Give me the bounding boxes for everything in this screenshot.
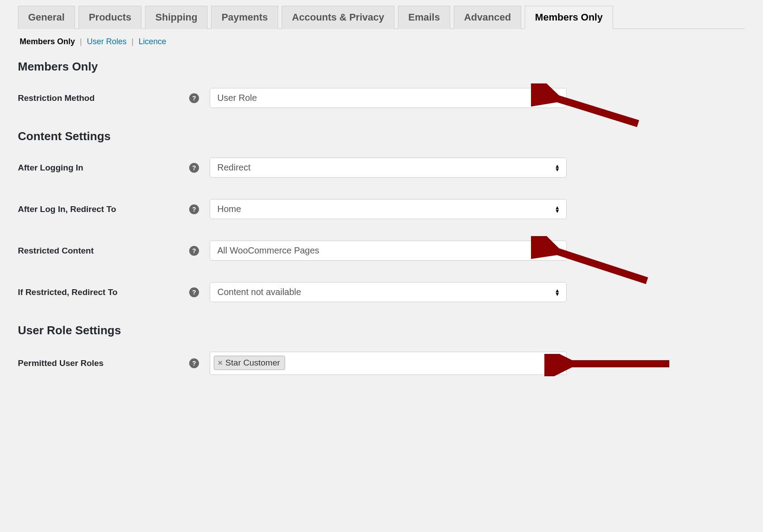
section-title-content-settings: Content Settings	[18, 129, 745, 143]
chevron-updown-icon: ▲▼	[555, 289, 560, 296]
tab-members-only[interactable]: Members Only	[525, 6, 613, 29]
select-value: Redirect	[217, 162, 250, 172]
tag-star-customer: × Star Customer	[214, 356, 285, 370]
row-restricted-content: Restricted Content ? All WooCommerce Pag…	[18, 241, 745, 261]
tab-payments[interactable]: Payments	[211, 6, 278, 29]
subnav-user-roles[interactable]: User Roles	[85, 37, 129, 46]
section-title-user-role-settings: User Role Settings	[18, 324, 745, 337]
label-if-restricted-redirect: If Restricted, Redirect To	[18, 287, 117, 297]
subnav-licence[interactable]: Licence	[137, 37, 168, 46]
label-restricted-content: Restricted Content	[18, 246, 94, 256]
close-icon[interactable]: ×	[218, 358, 223, 368]
nav-tabs: General Products Shipping Payments Accou…	[18, 5, 745, 29]
label-permitted-user-roles: Permitted User Roles	[18, 358, 104, 368]
row-if-restricted-redirect: If Restricted, Redirect To ? Content not…	[18, 282, 745, 302]
chevron-updown-icon: ▲▼	[555, 95, 560, 102]
tab-products[interactable]: Products	[79, 6, 141, 29]
select-if-restricted-redirect[interactable]: Content not available ▲▼	[210, 282, 567, 302]
tab-shipping[interactable]: Shipping	[145, 6, 207, 29]
row-after-logging-in: After Logging In ? Redirect ▲▼	[18, 158, 745, 178]
tab-accounts-privacy[interactable]: Accounts & Privacy	[282, 6, 394, 29]
help-icon[interactable]: ?	[189, 287, 199, 297]
select-value: All WooCommerce Pages	[217, 245, 319, 255]
tab-general[interactable]: General	[18, 6, 75, 29]
multiselect-permitted-user-roles[interactable]: × Star Customer	[210, 352, 567, 375]
tab-emails[interactable]: Emails	[398, 6, 450, 29]
select-value: User Role	[217, 93, 257, 103]
row-permitted-user-roles: Permitted User Roles ? × Star Customer	[18, 352, 745, 375]
select-value: Home	[217, 204, 241, 214]
subnav: Members Only | User Roles | Licence	[18, 37, 745, 46]
chevron-updown-icon: ▲▼	[555, 206, 560, 213]
help-icon[interactable]: ?	[189, 163, 199, 173]
section-title-members-only: Members Only	[18, 60, 745, 74]
help-icon[interactable]: ?	[189, 246, 199, 256]
help-icon[interactable]: ?	[189, 358, 199, 368]
tab-advanced[interactable]: Advanced	[454, 6, 521, 29]
select-value: Content not available	[217, 287, 301, 297]
chevron-updown-icon: ▲▼	[555, 164, 560, 171]
select-restricted-content[interactable]: All WooCommerce Pages ▲▼	[210, 241, 567, 261]
help-icon[interactable]: ?	[189, 93, 199, 103]
row-after-login-redirect: After Log In, Redirect To ? Home ▲▼	[18, 199, 745, 219]
select-restriction-method[interactable]: User Role ▲▼	[210, 88, 567, 108]
select-after-logging-in[interactable]: Redirect ▲▼	[210, 158, 567, 178]
label-restriction-method: Restriction Method	[18, 93, 95, 103]
chevron-updown-icon: ▲▼	[555, 247, 560, 254]
label-after-logging-in: After Logging In	[18, 163, 83, 173]
label-after-login-redirect: After Log In, Redirect To	[18, 204, 116, 214]
tag-label: Star Customer	[225, 358, 280, 368]
row-restriction-method: Restriction Method ? User Role ▲▼	[18, 88, 745, 108]
help-icon[interactable]: ?	[189, 204, 199, 214]
select-after-login-redirect[interactable]: Home ▲▼	[210, 199, 567, 219]
subnav-members-only[interactable]: Members Only	[18, 37, 77, 46]
